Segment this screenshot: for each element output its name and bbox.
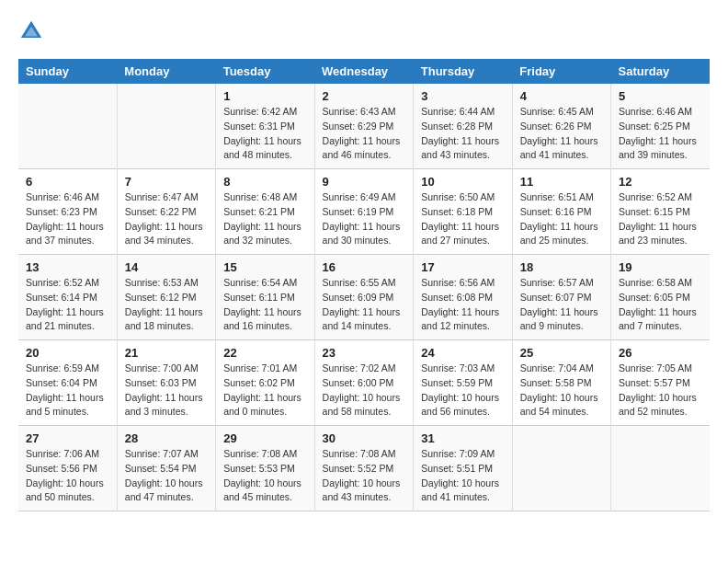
day-info: Sunrise: 6:51 AM Sunset: 6:16 PM Dayligh… xyxy=(520,190,603,248)
page-header xyxy=(18,18,710,44)
day-info: Sunrise: 7:01 AM Sunset: 6:02 PM Dayligh… xyxy=(223,362,306,419)
calendar-cell: 29Sunrise: 7:08 AM Sunset: 5:53 PM Dayli… xyxy=(216,426,314,511)
calendar-cell: 15Sunrise: 6:54 AM Sunset: 6:11 PM Dayli… xyxy=(216,255,314,340)
day-info: Sunrise: 7:03 AM Sunset: 5:59 PM Dayligh… xyxy=(421,362,505,419)
day-number: 23 xyxy=(323,346,406,360)
day-number: 12 xyxy=(619,175,702,189)
calendar-week-row: 20Sunrise: 6:59 AM Sunset: 6:04 PM Dayli… xyxy=(18,340,710,426)
calendar-week-row: 1Sunrise: 6:42 AM Sunset: 6:31 PM Daylig… xyxy=(18,84,710,169)
day-number: 3 xyxy=(421,89,505,103)
calendar-cell: 8Sunrise: 6:48 AM Sunset: 6:21 PM Daylig… xyxy=(216,169,314,255)
column-header-sunday: Sunday xyxy=(18,59,117,84)
calendar-cell: 4Sunrise: 6:45 AM Sunset: 6:26 PM Daylig… xyxy=(512,84,610,169)
day-number: 14 xyxy=(125,260,208,274)
calendar-cell: 25Sunrise: 7:04 AM Sunset: 5:58 PM Dayli… xyxy=(512,340,610,426)
calendar-week-row: 13Sunrise: 6:52 AM Sunset: 6:14 PM Dayli… xyxy=(18,255,710,340)
calendar-cell: 13Sunrise: 6:52 AM Sunset: 6:14 PM Dayli… xyxy=(18,255,117,340)
column-header-tuesday: Tuesday xyxy=(216,59,314,84)
calendar-cell: 16Sunrise: 6:55 AM Sunset: 6:09 PM Dayli… xyxy=(314,255,414,340)
day-info: Sunrise: 6:42 AM Sunset: 6:31 PM Dayligh… xyxy=(223,105,306,163)
column-header-wednesday: Wednesday xyxy=(314,59,414,84)
column-header-thursday: Thursday xyxy=(414,59,513,84)
day-info: Sunrise: 6:47 AM Sunset: 6:22 PM Dayligh… xyxy=(125,190,208,248)
calendar-cell: 11Sunrise: 6:51 AM Sunset: 6:16 PM Dayli… xyxy=(512,169,610,255)
calendar-cell: 21Sunrise: 7:00 AM Sunset: 6:03 PM Dayli… xyxy=(117,340,215,426)
day-info: Sunrise: 7:00 AM Sunset: 6:03 PM Dayligh… xyxy=(125,362,208,419)
day-number: 8 xyxy=(223,175,306,189)
day-info: Sunrise: 6:58 AM Sunset: 6:05 PM Dayligh… xyxy=(619,276,702,334)
day-info: Sunrise: 7:04 AM Sunset: 5:58 PM Dayligh… xyxy=(520,362,603,419)
day-info: Sunrise: 7:08 AM Sunset: 5:53 PM Dayligh… xyxy=(223,447,306,505)
calendar-cell: 12Sunrise: 6:52 AM Sunset: 6:15 PM Dayli… xyxy=(611,169,710,255)
day-number: 1 xyxy=(223,89,306,103)
calendar-cell: 20Sunrise: 6:59 AM Sunset: 6:04 PM Dayli… xyxy=(18,340,117,426)
day-info: Sunrise: 6:54 AM Sunset: 6:11 PM Dayligh… xyxy=(223,276,306,334)
logo xyxy=(18,18,48,44)
day-number: 18 xyxy=(520,260,603,274)
day-number: 28 xyxy=(125,431,208,445)
day-number: 22 xyxy=(223,346,306,360)
day-number: 19 xyxy=(619,260,702,274)
day-info: Sunrise: 6:46 AM Sunset: 6:25 PM Dayligh… xyxy=(619,105,702,163)
column-header-friday: Friday xyxy=(512,59,610,84)
day-number: 2 xyxy=(323,89,406,103)
calendar-week-row: 27Sunrise: 7:06 AM Sunset: 5:56 PM Dayli… xyxy=(18,426,710,511)
day-number: 6 xyxy=(26,175,109,189)
day-number: 5 xyxy=(619,89,702,103)
calendar-cell: 17Sunrise: 6:56 AM Sunset: 6:08 PM Dayli… xyxy=(414,255,513,340)
calendar-table: SundayMondayTuesdayWednesdayThursdayFrid… xyxy=(18,59,710,511)
calendar-header-row: SundayMondayTuesdayWednesdayThursdayFrid… xyxy=(18,59,710,84)
day-number: 16 xyxy=(323,260,406,274)
day-number: 17 xyxy=(421,260,505,274)
calendar-cell xyxy=(117,84,215,169)
day-number: 9 xyxy=(323,175,406,189)
day-info: Sunrise: 7:02 AM Sunset: 6:00 PM Dayligh… xyxy=(323,362,406,419)
column-header-monday: Monday xyxy=(117,59,215,84)
day-number: 26 xyxy=(619,346,702,360)
day-info: Sunrise: 7:05 AM Sunset: 5:57 PM Dayligh… xyxy=(619,362,702,419)
column-header-saturday: Saturday xyxy=(611,59,710,84)
day-number: 20 xyxy=(26,346,109,360)
day-number: 24 xyxy=(421,346,505,360)
logo-icon xyxy=(18,18,44,44)
day-number: 31 xyxy=(421,431,505,445)
day-number: 21 xyxy=(125,346,208,360)
calendar-cell: 6Sunrise: 6:46 AM Sunset: 6:23 PM Daylig… xyxy=(18,169,117,255)
calendar-cell: 9Sunrise: 6:49 AM Sunset: 6:19 PM Daylig… xyxy=(314,169,414,255)
day-info: Sunrise: 7:08 AM Sunset: 5:52 PM Dayligh… xyxy=(323,447,406,505)
calendar-cell: 7Sunrise: 6:47 AM Sunset: 6:22 PM Daylig… xyxy=(117,169,215,255)
day-info: Sunrise: 6:55 AM Sunset: 6:09 PM Dayligh… xyxy=(323,276,406,334)
day-number: 4 xyxy=(520,89,603,103)
calendar-cell: 2Sunrise: 6:43 AM Sunset: 6:29 PM Daylig… xyxy=(314,84,414,169)
day-info: Sunrise: 6:56 AM Sunset: 6:08 PM Dayligh… xyxy=(421,276,505,334)
day-info: Sunrise: 6:57 AM Sunset: 6:07 PM Dayligh… xyxy=(520,276,603,334)
calendar-cell: 14Sunrise: 6:53 AM Sunset: 6:12 PM Dayli… xyxy=(117,255,215,340)
calendar-cell: 23Sunrise: 7:02 AM Sunset: 6:00 PM Dayli… xyxy=(314,340,414,426)
day-number: 30 xyxy=(323,431,406,445)
day-info: Sunrise: 6:53 AM Sunset: 6:12 PM Dayligh… xyxy=(125,276,208,334)
day-info: Sunrise: 6:59 AM Sunset: 6:04 PM Dayligh… xyxy=(26,362,109,419)
day-number: 13 xyxy=(26,260,109,274)
calendar-cell xyxy=(611,426,710,511)
day-info: Sunrise: 7:09 AM Sunset: 5:51 PM Dayligh… xyxy=(421,447,505,505)
calendar-week-row: 6Sunrise: 6:46 AM Sunset: 6:23 PM Daylig… xyxy=(18,169,710,255)
calendar-cell: 27Sunrise: 7:06 AM Sunset: 5:56 PM Dayli… xyxy=(18,426,117,511)
day-info: Sunrise: 6:49 AM Sunset: 6:19 PM Dayligh… xyxy=(323,190,406,248)
day-number: 29 xyxy=(223,431,306,445)
calendar-cell: 28Sunrise: 7:07 AM Sunset: 5:54 PM Dayli… xyxy=(117,426,215,511)
calendar-cell: 24Sunrise: 7:03 AM Sunset: 5:59 PM Dayli… xyxy=(414,340,513,426)
day-info: Sunrise: 6:45 AM Sunset: 6:26 PM Dayligh… xyxy=(520,105,603,163)
calendar-cell: 18Sunrise: 6:57 AM Sunset: 6:07 PM Dayli… xyxy=(512,255,610,340)
day-number: 10 xyxy=(421,175,505,189)
calendar-cell xyxy=(18,84,117,169)
day-number: 25 xyxy=(520,346,603,360)
calendar-cell: 31Sunrise: 7:09 AM Sunset: 5:51 PM Dayli… xyxy=(414,426,513,511)
day-info: Sunrise: 6:44 AM Sunset: 6:28 PM Dayligh… xyxy=(421,105,505,163)
day-info: Sunrise: 7:07 AM Sunset: 5:54 PM Dayligh… xyxy=(125,447,208,505)
day-info: Sunrise: 6:50 AM Sunset: 6:18 PM Dayligh… xyxy=(421,190,505,248)
day-info: Sunrise: 6:43 AM Sunset: 6:29 PM Dayligh… xyxy=(323,105,406,163)
calendar-cell: 1Sunrise: 6:42 AM Sunset: 6:31 PM Daylig… xyxy=(216,84,314,169)
day-number: 27 xyxy=(26,431,109,445)
calendar-cell: 19Sunrise: 6:58 AM Sunset: 6:05 PM Dayli… xyxy=(611,255,710,340)
calendar-cell xyxy=(512,426,610,511)
